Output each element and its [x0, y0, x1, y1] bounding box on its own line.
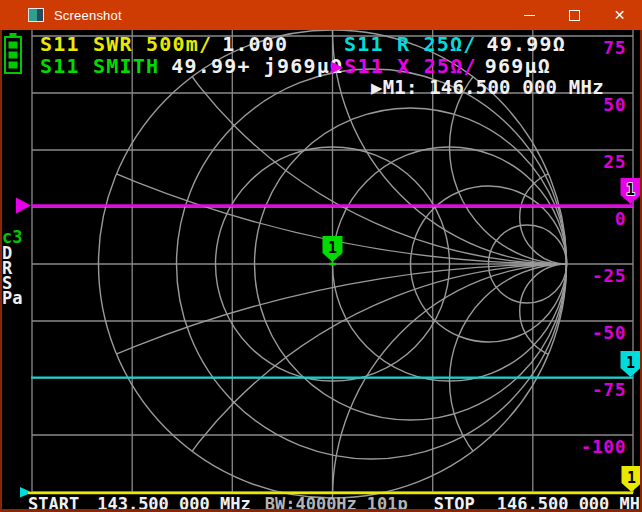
app-icon: [28, 8, 44, 22]
maximize-button[interactable]: [552, 0, 597, 30]
marker-readout: ▶M1: 146.500 000 MHz: [371, 76, 604, 98]
svg-text:1: 1: [626, 181, 635, 199]
legend-x-row: ▶S11 X 25Ω/969μΩ: [331, 54, 551, 78]
smith-label: S11 SMITH: [40, 54, 159, 78]
app-window: Screenshot ✕: [0, 0, 642, 512]
battery-icon: [5, 33, 21, 73]
swr-value: 1.000: [222, 32, 288, 56]
axis-tick-n25: -25: [592, 265, 626, 286]
axis-tick-50: 50: [603, 94, 626, 115]
marker-flag-r: 1: [621, 351, 641, 377]
marker-frequency: M1: 146.500 000 MHz: [383, 76, 604, 98]
axis-tick-n50: -50: [592, 322, 626, 343]
legend-smith-row: S11 SMITH49.99+ j969μΩ: [40, 54, 343, 78]
x-value: 969μΩ: [485, 54, 551, 78]
swr-label: S11 SWR 500m/: [40, 32, 212, 56]
svg-text:1: 1: [626, 354, 635, 372]
axis-tick-75: 75: [603, 37, 626, 58]
x-trace-reference-marker: [16, 198, 31, 214]
svg-text:1: 1: [328, 239, 337, 257]
axis-tick-n100: -100: [581, 436, 626, 457]
title-bar[interactable]: Screenshot ✕: [0, 0, 642, 30]
legend-swr-row: S11 SWR 500m/1.000: [40, 32, 288, 56]
window-border-left: [0, 30, 2, 512]
minimize-icon: [524, 15, 535, 16]
legend-r-row: S11 R 25Ω/49.99Ω: [344, 32, 566, 56]
r-value: 49.99Ω: [486, 32, 565, 56]
marker-flag-smith: 1: [323, 236, 343, 262]
axis-tick-0: 0: [615, 208, 626, 229]
minimize-button[interactable]: [507, 0, 552, 30]
close-icon: ✕: [614, 7, 626, 23]
marker-arrow-icon: ▶: [371, 76, 383, 98]
r-label: S11 R 25Ω/: [344, 32, 476, 56]
svg-text:1: 1: [627, 469, 636, 487]
marker-flag-swr: 1: [622, 466, 642, 492]
marker-flag-x: 1: [621, 178, 641, 204]
cal-flag-pa: Pa: [2, 288, 22, 308]
x-label: S11 X 25Ω/: [344, 54, 476, 78]
active-trace-arrow-icon: ▶: [331, 54, 344, 78]
maximize-icon: [569, 10, 580, 21]
window-title: Screenshot: [54, 8, 122, 23]
close-button[interactable]: ✕: [597, 0, 642, 30]
axis-tick-n75: -75: [592, 379, 626, 400]
smith-value: 49.99+ j969μΩ: [171, 54, 343, 78]
axis-tick-25: 25: [603, 151, 626, 172]
window-controls: ✕: [507, 0, 642, 30]
